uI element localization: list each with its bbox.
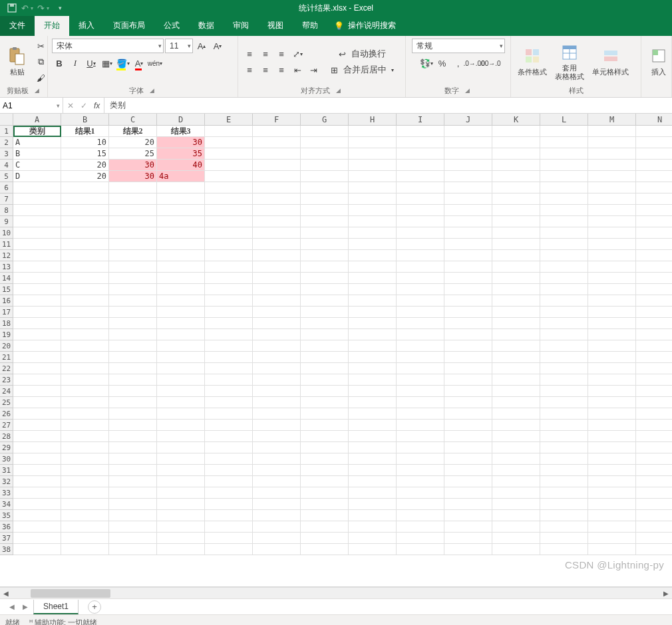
- cell-D3[interactable]: 35: [157, 148, 205, 160]
- cell-E37[interactable]: [205, 533, 253, 544]
- cell-C35[interactable]: [109, 510, 157, 521]
- cell-N21[interactable]: [636, 352, 672, 363]
- cell-B28[interactable]: [61, 431, 109, 442]
- cell-H37[interactable]: [349, 533, 397, 544]
- cell-F17[interactable]: [253, 307, 301, 318]
- cell-F26[interactable]: [253, 408, 301, 420]
- cell-N4[interactable]: [636, 160, 672, 171]
- row-header-4[interactable]: 4: [0, 160, 13, 171]
- cell-D20[interactable]: [157, 340, 205, 352]
- cell-J32[interactable]: [444, 476, 492, 487]
- cell-D13[interactable]: [157, 261, 205, 273]
- tab-pagelayout[interactable]: 页面布局: [104, 15, 154, 36]
- cell-J34[interactable]: [444, 499, 492, 510]
- cell-E13[interactable]: [205, 261, 253, 273]
- cell-C25[interactable]: [109, 397, 157, 408]
- cell-J20[interactable]: [444, 340, 492, 352]
- cell-H32[interactable]: [349, 476, 397, 487]
- cell-H14[interactable]: [349, 273, 397, 284]
- cell-N7[interactable]: [636, 193, 672, 205]
- cell-B6[interactable]: [61, 182, 109, 193]
- cell-K9[interactable]: [492, 216, 540, 227]
- cell-G9[interactable]: [301, 216, 349, 227]
- cell-H28[interactable]: [349, 431, 397, 442]
- cell-D23[interactable]: [157, 374, 205, 386]
- cell-D21[interactable]: [157, 352, 205, 363]
- cell-F9[interactable]: [253, 216, 301, 227]
- cell-A38[interactable]: [13, 544, 61, 555]
- cell-N14[interactable]: [636, 273, 672, 284]
- cell-E4[interactable]: [205, 160, 253, 171]
- cell-L29[interactable]: [540, 442, 588, 453]
- cell-I35[interactable]: [397, 510, 444, 521]
- cell-I9[interactable]: [397, 216, 444, 227]
- cell-L14[interactable]: [540, 273, 588, 284]
- cell-M20[interactable]: [588, 340, 636, 352]
- cell-F27[interactable]: [253, 420, 301, 431]
- tell-me[interactable]: 💡 操作说明搜索: [327, 15, 403, 36]
- cell-L28[interactable]: [540, 431, 588, 442]
- cell-B5[interactable]: 20: [61, 171, 109, 182]
- cell-F32[interactable]: [253, 476, 301, 487]
- undo-icon[interactable]: ↶▾: [21, 1, 35, 15]
- cell-M14[interactable]: [588, 273, 636, 284]
- row-header-35[interactable]: 35: [0, 510, 13, 521]
- cell-D17[interactable]: [157, 307, 205, 318]
- sheet-nav-next-icon[interactable]: ▶: [20, 603, 31, 610]
- cell-L11[interactable]: [540, 239, 588, 250]
- cell-C17[interactable]: [109, 307, 157, 318]
- cell-F25[interactable]: [253, 397, 301, 408]
- cell-D28[interactable]: [157, 431, 205, 442]
- cell-J8[interactable]: [444, 205, 492, 216]
- cell-H27[interactable]: [349, 420, 397, 431]
- cell-J38[interactable]: [444, 544, 492, 555]
- cell-C37[interactable]: [109, 533, 157, 544]
- cell-N32[interactable]: [636, 476, 672, 487]
- cell-C20[interactable]: [109, 340, 157, 352]
- row-header-34[interactable]: 34: [0, 499, 13, 510]
- cell-M23[interactable]: [588, 374, 636, 386]
- cell-L35[interactable]: [540, 510, 588, 521]
- row-header-17[interactable]: 17: [0, 307, 13, 318]
- name-box-input[interactable]: [3, 101, 43, 110]
- cell-D31[interactable]: [157, 465, 205, 476]
- cell-D5[interactable]: 4a: [157, 171, 205, 182]
- cell-L1[interactable]: [540, 126, 588, 137]
- cell-A34[interactable]: [13, 499, 61, 510]
- cell-B7[interactable]: [61, 193, 109, 205]
- cell-J28[interactable]: [444, 431, 492, 442]
- cell-M12[interactable]: [588, 250, 636, 261]
- cell-B24[interactable]: [61, 386, 109, 397]
- cell-I7[interactable]: [397, 193, 444, 205]
- cell-A15[interactable]: [13, 284, 61, 295]
- table-format-button[interactable]: 套用 表格格式: [552, 42, 587, 81]
- cell-M3[interactable]: [588, 148, 636, 160]
- cell-B9[interactable]: [61, 216, 109, 227]
- enter-formula-icon[interactable]: ✓: [81, 101, 87, 110]
- col-header-M[interactable]: M: [588, 114, 636, 126]
- scroll-thumb[interactable]: [31, 589, 110, 598]
- cell-N28[interactable]: [636, 431, 672, 442]
- cell-K38[interactable]: [492, 544, 540, 555]
- cell-G37[interactable]: [301, 533, 349, 544]
- cell-C24[interactable]: [109, 386, 157, 397]
- cell-L38[interactable]: [540, 544, 588, 555]
- cell-A28[interactable]: [13, 431, 61, 442]
- cell-C1[interactable]: 结果2: [109, 126, 157, 137]
- cell-J36[interactable]: [444, 521, 492, 533]
- cell-N18[interactable]: [636, 318, 672, 329]
- row-header-37[interactable]: 37: [0, 533, 13, 544]
- cell-C8[interactable]: [109, 205, 157, 216]
- cell-B32[interactable]: [61, 476, 109, 487]
- cell-D18[interactable]: [157, 318, 205, 329]
- cell-B12[interactable]: [61, 250, 109, 261]
- row-header-19[interactable]: 19: [0, 329, 13, 340]
- cell-G2[interactable]: [301, 137, 349, 148]
- cell-I25[interactable]: [397, 397, 444, 408]
- cell-K7[interactable]: [492, 193, 540, 205]
- col-header-J[interactable]: J: [444, 114, 492, 126]
- cell-I27[interactable]: [397, 420, 444, 431]
- cell-A27[interactable]: [13, 420, 61, 431]
- cell-K5[interactable]: [492, 171, 540, 182]
- cell-F30[interactable]: [253, 453, 301, 465]
